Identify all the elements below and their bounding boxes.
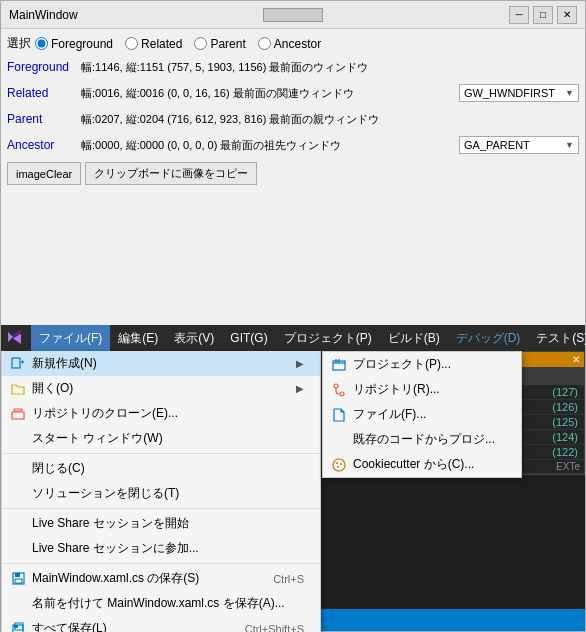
submenu-existing-code[interactable]: 既存のコードからプロジ... [323, 427, 521, 452]
title-bar-center-decoration [263, 8, 323, 22]
vs-area: ファイル(F) 編集(E) 表示(V) GIT(G) プロジェクト(P) ビルド… [1, 325, 585, 609]
radio-parent[interactable]: Parent [194, 37, 245, 51]
radio-foreground-label: Foreground [51, 37, 113, 51]
separator-2 [2, 508, 320, 509]
copy-image-button[interactable]: クリップボードに画像をコピー [85, 162, 257, 185]
svg-point-13 [336, 462, 338, 464]
ancestor-dropdown-arrow: ▼ [565, 140, 574, 150]
separator-3 [2, 563, 320, 564]
submenu-new-file[interactable]: ファイル(F)... [323, 402, 521, 427]
vs-logo [1, 325, 31, 351]
title-bar-controls: ─ □ ✕ [509, 6, 577, 24]
parent-value: 幅:0207, 縦:0204 (716, 612, 923, 816) 最前面の… [81, 112, 579, 127]
title-bar: MainWindow ─ □ ✕ [1, 1, 585, 29]
ancestor-value: 幅:0000, 縦:0000 (0, 0, 0, 0) 最前面の祖先ウィンドウ [81, 138, 453, 153]
parent-row: Parent 幅:0207, 縦:0204 (716, 612, 923, 81… [7, 108, 579, 130]
menu-view[interactable]: 表示(V) [166, 325, 222, 351]
save-all-icon [10, 621, 26, 633]
open-icon [10, 381, 26, 397]
menu-item-start-window[interactable]: スタート ウィンドウ(W) [2, 426, 320, 451]
menu-git[interactable]: GIT(G) [222, 325, 275, 351]
menu-item-liveshare-join[interactable]: Live Share セッションに参加... [2, 536, 320, 561]
save-all-shortcut: Ctrl+Shift+S [245, 623, 304, 633]
foreground-row: Foreground 幅:1146, 縦:1151 (757, 5, 1903,… [7, 56, 579, 78]
open-submenu-arrow: ▶ [296, 383, 304, 394]
menu-item-close-solution[interactable]: ソリューションを閉じる(T) [2, 481, 320, 506]
selection-row: 選択 Foreground Related Parent Ancestor [7, 35, 579, 52]
menu-item-new[interactable]: 新規作成(N) ▶ [2, 351, 320, 376]
vs-menu-bar: ファイル(F) 編集(E) 表示(V) GIT(G) プロジェクト(P) ビルド… [1, 325, 585, 351]
file-dropdown-menu: 新規作成(N) ▶ プロジェクト(P)... リ [1, 351, 321, 632]
ancestor-row: Ancestor 幅:0000, 縦:0000 (0, 0, 0, 0) 最前面… [7, 134, 579, 156]
related-row: Related 幅:0016, 縦:0016 (0, 0, 16, 16) 最前… [7, 82, 579, 104]
menu-item-open[interactable]: 開く(O) ▶ [2, 376, 320, 401]
foreground-label: Foreground [7, 60, 75, 74]
radio-ancestor-label: Ancestor [274, 37, 321, 51]
new-icon [10, 356, 26, 372]
svg-rect-17 [15, 573, 20, 577]
menu-edit[interactable]: 編集(E) [110, 325, 166, 351]
svg-point-12 [333, 459, 345, 471]
submenu-new-project[interactable]: プロジェクト(P)... [323, 352, 521, 377]
parent-label: Parent [7, 112, 75, 126]
close-button[interactable]: ✕ [557, 6, 577, 24]
new-submenu: プロジェクト(P)... リポジトリ(R)... ファイル(F)... [322, 351, 522, 478]
submenu-new-repo[interactable]: リポジトリ(R)... [323, 377, 521, 402]
menu-item-clone[interactable]: リポジトリのクローン(E)... [2, 401, 320, 426]
svg-point-14 [340, 463, 342, 465]
radio-related-label: Related [141, 37, 182, 51]
maximize-button[interactable]: □ [533, 6, 553, 24]
separator-1 [2, 453, 320, 454]
save-icon [10, 571, 26, 587]
selection-label: 選択 [7, 35, 31, 52]
menu-item-save-as[interactable]: 名前を付けて MainWindow.xaml.cs を保存(A)... [2, 591, 320, 616]
main-window: MainWindow ─ □ ✕ 選択 Foreground Related [0, 0, 586, 632]
image-clear-button[interactable]: imageClear [7, 162, 81, 185]
submenu-cookiecutter[interactable]: Cookiecutter から(C)... [323, 452, 521, 477]
related-value: 幅:0016, 縦:0016 (0, 0, 16, 16) 最前面の関連ウィンド… [81, 86, 453, 101]
code-panel-close[interactable]: ✕ [572, 354, 580, 365]
info-panel: 選択 Foreground Related Parent Ancestor [1, 29, 585, 325]
title-bar-title: MainWindow [9, 8, 78, 22]
cookie-icon [331, 457, 347, 473]
radio-foreground[interactable]: Foreground [35, 37, 113, 51]
menu-item-save-main[interactable]: MainWindow.xaml.cs の保存(S) Ctrl+S [2, 566, 320, 591]
new-menu-item-container: 新規作成(N) ▶ プロジェクト(P)... リ [2, 351, 320, 376]
file-icon [331, 407, 347, 423]
clone-icon [10, 406, 26, 422]
svg-point-10 [334, 384, 338, 388]
ancestor-dropdown[interactable]: GA_PARENT ▼ [459, 136, 579, 154]
svg-point-11 [340, 392, 344, 396]
related-dropdown[interactable]: GW_HWNDFIRST ▼ [459, 84, 579, 102]
repo-icon [331, 382, 347, 398]
radio-group: Foreground Related Parent Ancestor [35, 37, 321, 51]
menu-project[interactable]: プロジェクト(P) [276, 325, 380, 351]
related-dropdown-arrow: ▼ [565, 88, 574, 98]
button-row: imageClear クリップボードに画像をコピー [7, 162, 579, 185]
menu-item-close[interactable]: 閉じる(C) [2, 456, 320, 481]
svg-rect-6 [12, 358, 20, 368]
minimize-button[interactable]: ─ [509, 6, 529, 24]
new-submenu-arrow: ▶ [296, 358, 304, 369]
svg-rect-18 [15, 579, 22, 583]
radio-ancestor[interactable]: Ancestor [258, 37, 321, 51]
menu-item-save-all[interactable]: すべて保存(L) Ctrl+Shift+S [2, 616, 320, 632]
foreground-value: 幅:1146, 縦:1151 (757, 5, 1903, 1156) 最前面の… [81, 60, 579, 75]
project-icon [331, 357, 347, 373]
ancestor-label: Ancestor [7, 138, 75, 152]
svg-point-15 [337, 466, 339, 468]
radio-related[interactable]: Related [125, 37, 182, 51]
radio-parent-label: Parent [210, 37, 245, 51]
menu-item-liveshare-start[interactable]: Live Share セッションを開始 [2, 511, 320, 536]
menu-debug[interactable]: デバッグ(D) [448, 325, 529, 351]
menu-build[interactable]: ビルド(B) [380, 325, 448, 351]
related-label: Related [7, 86, 75, 100]
save-shortcut: Ctrl+S [273, 573, 304, 585]
menu-file[interactable]: ファイル(F) [31, 325, 110, 351]
menu-test[interactable]: テスト(S) [528, 325, 586, 351]
